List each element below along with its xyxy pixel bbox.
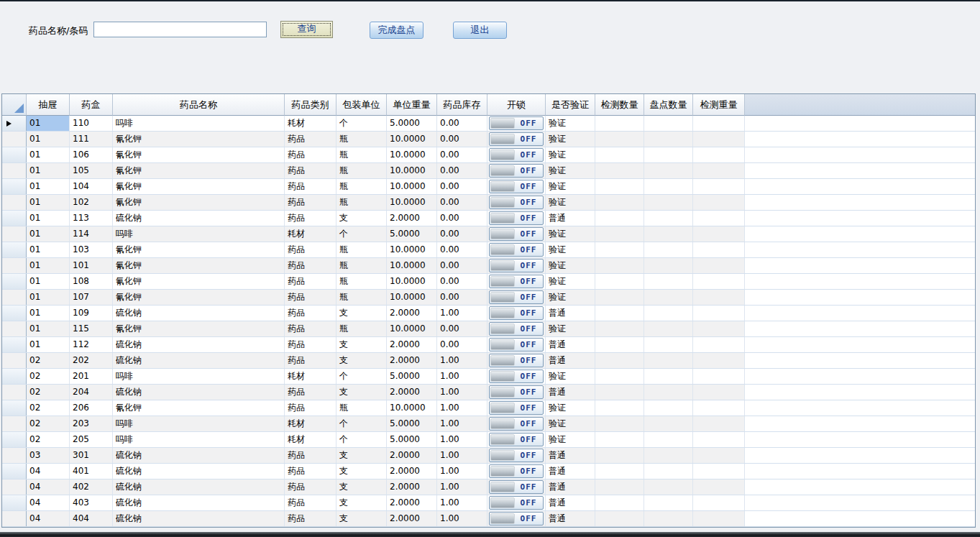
cell-count-qty[interactable] (644, 242, 693, 257)
cell-count-qty[interactable] (644, 369, 693, 384)
cell-box[interactable]: 403 (70, 495, 113, 510)
cell-stock[interactable]: 1.00 (437, 416, 487, 431)
cell-lock[interactable]: OFF (487, 369, 546, 384)
lock-toggle[interactable]: OFF (489, 417, 544, 431)
cell-count-qty[interactable] (644, 274, 693, 289)
cell-unit-weight[interactable]: 5.0000 (387, 116, 437, 131)
cell-category[interactable]: 药品 (285, 353, 336, 368)
cell-drawer[interactable]: 01 (27, 211, 70, 226)
row-selector[interactable] (2, 495, 27, 510)
cell-unit[interactable]: 瓶 (336, 290, 387, 305)
cell-unit[interactable]: 瓶 (336, 147, 387, 162)
cell-count-qty[interactable] (644, 385, 693, 400)
cell-lock[interactable]: OFF (487, 116, 546, 131)
cell-detect-weight[interactable] (693, 321, 745, 336)
cell-unit-weight[interactable]: 2.0000 (387, 385, 437, 400)
cell-drug-name[interactable]: 氰化钾 (113, 321, 285, 336)
lock-toggle[interactable]: OFF (489, 480, 544, 494)
cell-drawer[interactable]: 02 (27, 416, 70, 431)
cell-unit[interactable]: 支 (336, 211, 387, 226)
cell-unit-weight[interactable]: 2.0000 (387, 306, 437, 321)
cell-stock[interactable]: 1.00 (437, 432, 487, 447)
lock-toggle[interactable]: OFF (489, 401, 544, 415)
cell-drawer[interactable]: 01 (27, 242, 70, 257)
cell-unit-weight[interactable]: 10.0000 (387, 163, 437, 178)
cell-unit[interactable]: 个 (336, 226, 387, 242)
cell-drawer[interactable]: 02 (27, 432, 70, 447)
row-selector[interactable] (2, 163, 27, 178)
cell-lock[interactable]: OFF (487, 132, 546, 147)
cell-drawer[interactable]: 01 (27, 132, 70, 147)
cell-drawer[interactable]: 01 (27, 258, 70, 273)
column-header-detect-qty[interactable]: 检测数量 (595, 94, 644, 116)
cell-stock[interactable]: 1.00 (437, 385, 487, 400)
cell-box[interactable]: 203 (70, 416, 113, 431)
cell-category[interactable]: 药品 (285, 464, 336, 479)
cell-detect-qty[interactable] (595, 369, 644, 384)
cell-detect-qty[interactable] (595, 385, 644, 400)
cell-detect-qty[interactable] (595, 195, 644, 210)
cell-verify-type[interactable]: 验证 (546, 432, 595, 447)
cell-category[interactable]: 药品 (285, 211, 336, 226)
cell-detect-weight[interactable] (693, 369, 745, 384)
cell-lock[interactable]: OFF (487, 211, 546, 226)
column-header-verify-type[interactable]: 是否验证 (546, 94, 595, 116)
cell-count-qty[interactable] (644, 211, 693, 226)
cell-lock[interactable]: OFF (487, 242, 546, 257)
cell-drawer[interactable]: 02 (27, 385, 70, 400)
cell-verify-type[interactable]: 普通 (546, 448, 595, 463)
row-selector[interactable] (2, 274, 27, 289)
cell-detect-weight[interactable] (693, 448, 745, 463)
cell-drug-name[interactable]: 硫化钠 (113, 306, 285, 321)
cell-count-qty[interactable] (644, 511, 693, 526)
cell-drug-name[interactable]: 吗啡 (113, 116, 285, 131)
cell-drug-name[interactable]: 硫化钠 (113, 337, 285, 352)
lock-toggle[interactable]: OFF (489, 164, 544, 178)
cell-drawer[interactable]: 01 (27, 226, 70, 242)
cell-detect-qty[interactable] (595, 400, 644, 416)
cell-stock[interactable]: 0.00 (437, 195, 487, 210)
cell-stock[interactable]: 0.00 (437, 337, 487, 352)
cell-stock[interactable]: 1.00 (437, 306, 487, 321)
cell-category[interactable]: 药品 (285, 132, 336, 147)
row-selector[interactable] (2, 369, 27, 384)
lock-toggle[interactable]: OFF (489, 211, 544, 225)
cell-box[interactable]: 404 (70, 511, 113, 526)
cell-box[interactable]: 301 (70, 448, 113, 463)
row-selector[interactable] (2, 258, 27, 273)
cell-box[interactable]: 105 (70, 163, 113, 178)
cell-detect-weight[interactable] (693, 147, 745, 162)
select-all-corner[interactable] (2, 94, 27, 116)
cell-box[interactable]: 108 (70, 274, 113, 289)
cell-stock[interactable]: 1.00 (437, 369, 487, 384)
cell-lock[interactable]: OFF (487, 163, 546, 178)
cell-count-qty[interactable] (644, 306, 693, 321)
cell-unit-weight[interactable]: 10.0000 (387, 195, 437, 210)
cell-unit-weight[interactable]: 2.0000 (387, 353, 437, 368)
cell-drug-name[interactable]: 硫化钠 (113, 353, 285, 368)
cell-detect-qty[interactable] (595, 147, 644, 162)
row-selector[interactable] (2, 337, 27, 352)
cell-drug-name[interactable]: 硫化钠 (113, 448, 285, 463)
exit-button[interactable]: 退出 (453, 22, 507, 39)
row-selector[interactable] (2, 195, 27, 210)
cell-drug-name[interactable]: 氰化钾 (113, 290, 285, 305)
row-selector[interactable] (2, 211, 27, 226)
cell-stock[interactable]: 0.00 (437, 226, 487, 242)
cell-verify-type[interactable]: 普通 (546, 211, 595, 226)
cell-detect-weight[interactable] (693, 353, 745, 368)
cell-drug-name[interactable]: 氰化钾 (113, 179, 285, 194)
cell-count-qty[interactable] (644, 400, 693, 416)
cell-lock[interactable]: OFF (487, 385, 546, 400)
cell-drawer[interactable]: 01 (27, 337, 70, 352)
cell-unit[interactable]: 支 (336, 306, 387, 321)
cell-drug-name[interactable]: 氰化钾 (113, 132, 285, 147)
row-selector[interactable] (2, 432, 27, 447)
cell-lock[interactable]: OFF (487, 306, 546, 321)
cell-drug-name[interactable]: 硫化钠 (113, 479, 285, 495)
column-header-unit[interactable]: 包装单位 (336, 94, 387, 116)
row-selector[interactable] (2, 385, 27, 400)
cell-detect-weight[interactable] (693, 479, 745, 495)
cell-unit[interactable]: 支 (336, 464, 387, 479)
cell-detect-qty[interactable] (595, 479, 644, 495)
